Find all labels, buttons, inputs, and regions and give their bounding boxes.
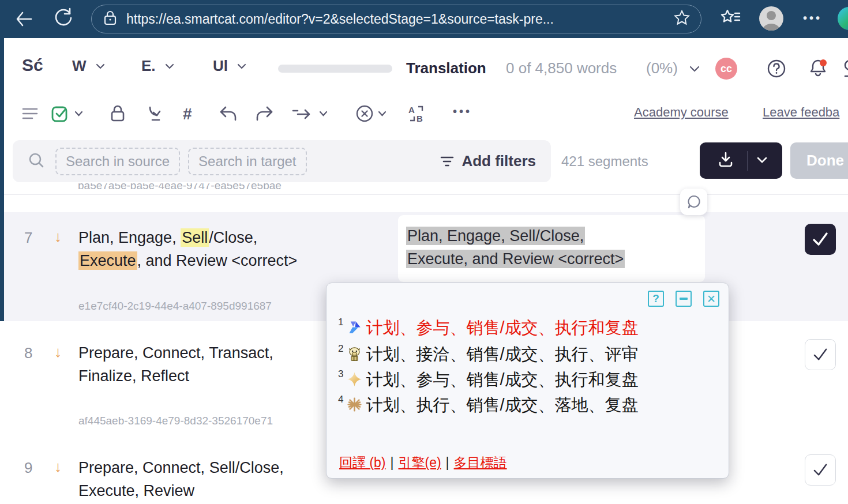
leave-feedback-link[interactable]: Leave feedba: [763, 105, 839, 120]
mt-result-row[interactable]: 1 计划、参与、销售/成交、执行和复盘: [338, 315, 639, 341]
download-icon: [717, 151, 734, 171]
add-filters-button[interactable]: Add filters: [440, 152, 536, 170]
confirm-checkbox[interactable]: [805, 339, 836, 370]
clipped-segment-uuid: ba5e7a5e-ba5e-4eae-9747-ea5e57e5bae: [78, 183, 381, 193]
segment-number-icon[interactable]: #: [183, 105, 192, 123]
svg-text:B: B: [417, 114, 423, 123]
row-separator: [4, 194, 848, 195]
header-menu-editor[interactable]: E.: [141, 57, 174, 75]
redo-icon[interactable]: [254, 105, 274, 122]
source-fragment: /Close,: [209, 229, 257, 246]
user-avatar[interactable]: cc: [715, 58, 737, 80]
highlight-orange: Execute: [78, 251, 137, 270]
segments-count: 421 segments: [561, 153, 648, 170]
notifications-bell-icon[interactable]: [807, 58, 829, 82]
mt-translation-text[interactable]: 计划、接洽、销售/成交、执行、评审: [366, 343, 638, 366]
mt-result-row[interactable]: 3 计划、参与、销售/成交、执行和复盘: [338, 367, 639, 393]
header-menu-upload[interactable]: Ul: [213, 57, 246, 75]
back-icon[interactable]: [13, 7, 36, 33]
refresh-icon[interactable]: [52, 6, 75, 32]
address-bar[interactable]: https://ea.smartcat.com/editor?v=2&selec…: [91, 5, 701, 33]
comment-bubble-icon: [686, 194, 701, 209]
undo-icon[interactable]: [219, 105, 238, 122]
clear-chevron-icon[interactable]: [378, 111, 387, 116]
menu-hamburger-icon[interactable]: [21, 106, 39, 121]
chevron-down-icon: [165, 63, 174, 69]
academy-course-link[interactable]: Academy course: [634, 105, 729, 120]
selected-target-line: Plan, Engage, Sell/Close,: [406, 227, 585, 245]
screen: https://ea.smartcat.com/editor?v=2&selec…: [0, 0, 848, 504]
menu-label: E.: [141, 57, 156, 75]
help-icon[interactable]: [767, 59, 786, 81]
mt-result-row[interactable]: 2 计划、接洽、销售/成交、执行、评审: [338, 342, 639, 367]
back-translate-link[interactable]: 回譯 (b): [339, 454, 386, 472]
url-text[interactable]: https://ea.smartcat.com/editor?v=2&selec…: [126, 12, 673, 27]
bing-translator-icon: [347, 319, 362, 337]
gemini-icon: [347, 371, 362, 389]
source-text[interactable]: Prepare, Connect, Sell/Close, Execute, R…: [78, 456, 361, 502]
claude-icon: [347, 397, 362, 415]
favorites-bar-icon[interactable]: [719, 8, 742, 32]
favorite-star-icon[interactable]: [673, 9, 691, 29]
goto-segment-icon[interactable]: [145, 104, 165, 123]
confirm-chevron-icon[interactable]: [74, 111, 83, 116]
mt-translation-text[interactable]: 计划、参与、销售/成交、执行和复盘: [366, 317, 638, 340]
translation-popup[interactable]: ? ✕ 1 计划、参与、销售/成交、执行和复盘 2 计划、接洽、销售/成交、执行…: [326, 283, 729, 479]
header-menu-document[interactable]: W: [72, 57, 105, 75]
confirm-segment-icon[interactable]: [50, 104, 70, 123]
comment-button[interactable]: [680, 189, 707, 215]
progress-chevron-icon[interactable]: [689, 65, 700, 75]
segment-number: 7: [24, 229, 32, 247]
app-header: Sć W E. Ul Translation 0 of 4,850 words …: [4, 38, 848, 92]
confirm-checkbox-checked[interactable]: [805, 224, 836, 255]
mt-translation-text[interactable]: 计划、参与、销售/成交、执行和复盘: [366, 368, 638, 392]
add-filters-label: Add filters: [461, 152, 536, 170]
source-text[interactable]: Plan, Engage, Sell/Close, Execute, and R…: [78, 226, 361, 272]
progress-bar: [278, 65, 392, 73]
popup-close-button[interactable]: ✕: [703, 291, 719, 307]
confirm-checkbox[interactable]: [805, 454, 836, 486]
mt-result-row[interactable]: 4 计划、执行、销售/成交、落地、复盘: [338, 393, 639, 418]
svg-text:A: A: [408, 105, 415, 115]
browser-extension-icon[interactable]: [838, 7, 848, 30]
result-number: 4: [338, 394, 343, 405]
copy-source-to-target-icon[interactable]: [291, 107, 314, 121]
download-chevron-icon[interactable]: [757, 156, 767, 166]
search-in-source-chip[interactable]: Search in source: [55, 148, 180, 175]
lock-segment-icon[interactable]: [108, 104, 127, 123]
chevron-down-icon: [96, 63, 105, 69]
search-filter-bar: Search in source Search in target Add fi…: [13, 140, 551, 182]
menu-label: Ul: [213, 57, 228, 75]
clear-target-icon[interactable]: [355, 104, 374, 123]
lock-icon: [102, 9, 118, 29]
selected-target-line: Execute, and Review <correct>: [406, 250, 625, 268]
copy-chevron-icon[interactable]: [319, 111, 328, 116]
source-fragment: Finalize, Reflect: [78, 367, 189, 385]
segment-number: 8: [24, 344, 32, 362]
more-tools-icon[interactable]: •••: [453, 105, 472, 118]
browser-menu-icon[interactable]: •••: [803, 12, 822, 25]
source-fragment: Prepare, Connect, Transact,: [78, 344, 273, 362]
filter-icon: [440, 155, 455, 168]
percent-complete: (0%): [646, 59, 678, 77]
popup-help-button[interactable]: ?: [648, 291, 664, 307]
menu-label: W: [72, 57, 87, 75]
done-button[interactable]: Done: [790, 142, 848, 179]
word-count: 0 of 4,850 words: [506, 59, 617, 77]
engines-link[interactable]: 引擎(e): [398, 454, 441, 472]
arrow-down-icon: ↓: [54, 228, 62, 246]
browser-profile-avatar[interactable]: [759, 6, 783, 31]
result-number: 2: [338, 343, 343, 355]
result-number: 1: [338, 317, 343, 328]
source-fragment: Execute, Review: [78, 482, 194, 499]
download-button[interactable]: [700, 142, 782, 179]
multi-target-link[interactable]: 多目標語: [454, 454, 507, 472]
machine-translate-ab-icon[interactable]: AB: [407, 104, 426, 123]
mt-translation-text[interactable]: 计划、执行、销售/成交、落地、复盘: [366, 394, 638, 417]
secondary-profile-icon[interactable]: [844, 59, 848, 81]
source-text[interactable]: Prepare, Connect, Transact, Finalize, Re…: [78, 341, 361, 388]
popup-minimize-button[interactable]: [676, 291, 692, 307]
search-in-target-chip[interactable]: Search in target: [188, 148, 306, 175]
smartcat-logo[interactable]: Sć: [22, 55, 43, 75]
target-cell[interactable]: Plan, Engage, Sell/Close,Execute, and Re…: [398, 215, 705, 282]
